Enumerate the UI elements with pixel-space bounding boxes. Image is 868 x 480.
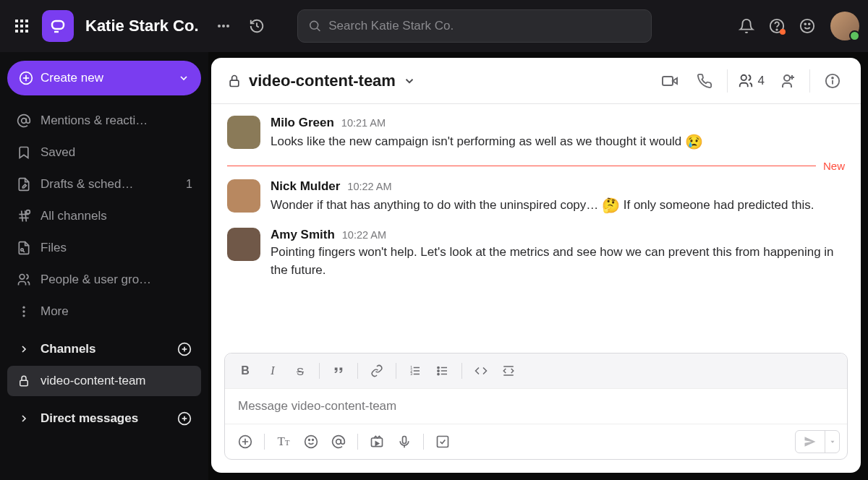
notification-dot: [780, 29, 786, 35]
svg-rect-4: [20, 25, 23, 27]
add-member-icon[interactable]: [775, 69, 799, 93]
video-call-icon[interactable]: [658, 69, 682, 93]
sidebar-item-label: Drafts & sched…: [41, 177, 177, 192]
svg-point-33: [22, 307, 25, 309]
chevron-down-icon: [403, 74, 416, 87]
add-dm-icon[interactable]: [176, 411, 192, 427]
workspace-name[interactable]: Katie Stark Co.: [85, 17, 199, 35]
send-button[interactable]: [796, 431, 825, 453]
svg-point-35: [22, 314, 25, 317]
message-time: 10:22 AM: [342, 229, 386, 241]
svg-point-64: [438, 373, 439, 374]
sidebar-item-people[interactable]: People & user gro…: [7, 265, 201, 295]
search-icon: [308, 19, 322, 33]
svg-rect-9: [52, 21, 64, 29]
channel-title[interactable]: video-content-team: [227, 72, 416, 90]
svg-point-47: [784, 75, 790, 81]
member-count[interactable]: 4: [738, 73, 765, 89]
sidebar-item-label: More: [41, 304, 192, 319]
more-icon: [16, 304, 32, 320]
svg-point-20: [809, 23, 810, 25]
channel-label: video-content-team: [41, 374, 192, 388]
message-row[interactable]: Nick Mulder 10:22 AM Wonder if that has …: [211, 173, 861, 222]
history-icon[interactable]: [244, 13, 270, 39]
notifications-icon[interactable]: [733, 13, 760, 39]
message-time: 10:21 AM: [341, 117, 386, 129]
svg-rect-1: [20, 20, 23, 22]
message-avatar[interactable]: [227, 179, 260, 213]
quote-button[interactable]: [326, 359, 352, 382]
user-avatar[interactable]: [830, 12, 859, 40]
ordered-list-button[interactable]: 123: [402, 359, 428, 382]
message-composer: B I S 123 Message video-content-team TT: [224, 353, 848, 460]
message-row[interactable]: Milo Green 10:21 AM Looks like the new c…: [211, 110, 861, 158]
thinking-emoji: 🤔: [602, 195, 620, 216]
emoji-icon[interactable]: [794, 13, 820, 39]
svg-point-14: [310, 21, 318, 29]
crying-emoji: 😢: [685, 132, 703, 153]
workspace-more-icon[interactable]: [210, 13, 237, 39]
message-author[interactable]: Milo Green: [271, 116, 334, 130]
info-icon[interactable]: [820, 69, 845, 93]
message-row[interactable]: Amy Smith 10:22 AM Pointing fingers won'…: [211, 222, 861, 285]
sidebar-item-saved[interactable]: Saved: [7, 137, 201, 168]
mention-icon: [16, 113, 32, 129]
svg-marker-79: [830, 441, 834, 443]
composer-input[interactable]: Message video-content-team: [225, 389, 847, 424]
channels-icon: [16, 208, 32, 224]
bold-button[interactable]: B: [232, 359, 258, 382]
draft-icon: [16, 176, 32, 192]
search-input[interactable]: [328, 19, 640, 33]
plus-circle-icon: [19, 71, 33, 85]
svg-rect-3: [15, 25, 18, 27]
emoji-picker-button[interactable]: [298, 430, 324, 453]
svg-rect-5: [25, 25, 28, 27]
create-new-button[interactable]: Create new: [7, 61, 201, 95]
svg-point-29: [26, 210, 30, 214]
svg-text:3: 3: [410, 372, 412, 376]
svg-rect-0: [15, 20, 18, 22]
file-icon: [16, 240, 32, 256]
text-format-button[interactable]: TT: [271, 430, 297, 453]
audio-clip-button[interactable]: [391, 430, 417, 453]
apps-grid-icon[interactable]: [9, 13, 35, 39]
italic-button[interactable]: I: [260, 359, 286, 382]
sidebar-channel-active[interactable]: video-content-team: [7, 366, 201, 396]
attach-button[interactable]: [232, 430, 258, 453]
code-button[interactable]: [468, 359, 494, 382]
phone-call-icon[interactable]: [692, 69, 717, 93]
svg-line-15: [317, 28, 320, 31]
bullet-list-button[interactable]: [430, 359, 456, 382]
strike-button[interactable]: S: [287, 359, 313, 382]
svg-rect-8: [25, 30, 28, 33]
svg-rect-39: [20, 380, 28, 386]
sidebar-item-mentions[interactable]: Mentions & reacti…: [7, 106, 201, 136]
shortcut-button[interactable]: [430, 430, 456, 453]
sidebar-item-all-channels[interactable]: All channels: [7, 201, 201, 231]
help-icon[interactable]: [764, 13, 790, 39]
sidebar-item-more[interactable]: More: [7, 296, 201, 327]
add-channel-icon[interactable]: [176, 341, 192, 357]
message-avatar[interactable]: [227, 228, 260, 261]
sidebar-section-channels[interactable]: Channels: [7, 334, 201, 364]
link-button[interactable]: [364, 359, 390, 382]
video-clip-button[interactable]: [364, 430, 390, 453]
message-author[interactable]: Amy Smith: [271, 228, 335, 242]
search-field[interactable]: [297, 9, 652, 43]
section-label: Direct messages: [41, 411, 168, 426]
svg-point-62: [438, 367, 439, 368]
section-label: Channels: [41, 342, 168, 356]
message-avatar[interactable]: [227, 116, 260, 149]
codeblock-button[interactable]: [495, 359, 522, 382]
mention-button[interactable]: [326, 430, 352, 453]
sidebar-item-drafts[interactable]: Drafts & sched… 1: [7, 169, 201, 200]
sidebar-section-dm[interactable]: Direct messages: [7, 403, 201, 434]
new-messages-divider: New: [211, 160, 861, 172]
svg-rect-76: [403, 437, 407, 444]
send-options-button[interactable]: [825, 431, 839, 453]
brand-logo[interactable]: [42, 10, 74, 42]
svg-point-12: [222, 25, 225, 27]
member-count-value: 4: [758, 74, 765, 88]
sidebar-item-files[interactable]: Files: [7, 233, 201, 263]
message-author[interactable]: Nick Mulder: [271, 179, 340, 194]
